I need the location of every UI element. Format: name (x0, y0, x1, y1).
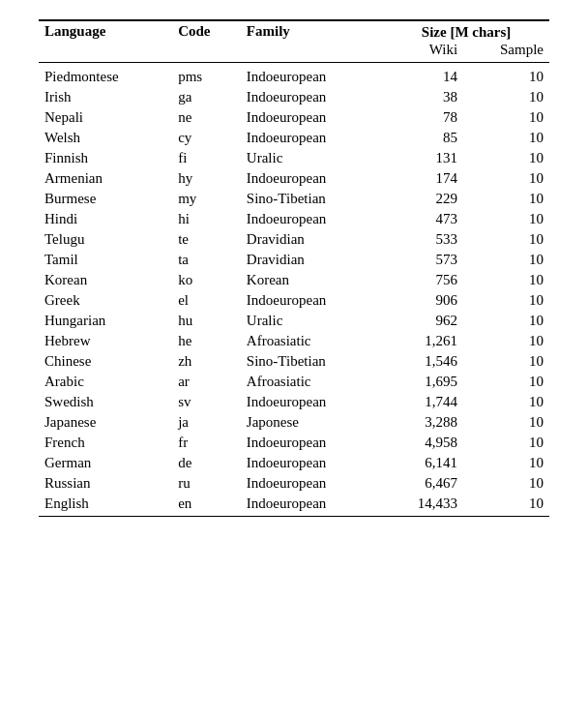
table-row: HindihiIndoeuropean47310 (39, 209, 549, 229)
cell-code: ar (172, 372, 241, 392)
cell-language: Greek (39, 290, 172, 311)
table-row: TeluguteDravidian53310 (39, 229, 549, 250)
cell-family: Indoeuropean (241, 168, 383, 189)
cell-family: Dravidian (241, 229, 383, 250)
cell-language: Burmese (39, 189, 172, 209)
header-sample: Sample (463, 42, 549, 63)
cell-family: Afroasiatic (241, 372, 383, 392)
cell-sample: 10 (463, 87, 549, 107)
table-row: ArmenianhyIndoeuropean17410 (39, 168, 549, 189)
cell-language: Chinese (39, 351, 172, 372)
cell-sample: 10 (463, 290, 549, 311)
cell-sample: 10 (463, 494, 549, 517)
table-row: HebrewheAfroasiatic1,26110 (39, 331, 549, 351)
cell-language: Arabic (39, 372, 172, 392)
table-row: FrenchfrIndoeuropean4,95810 (39, 433, 549, 453)
table-row: PiedmontesepmsIndoeuropean1410 (39, 63, 549, 88)
cell-sample: 10 (463, 209, 549, 229)
cell-family: Indoeuropean (241, 63, 383, 88)
cell-wiki: 906 (383, 290, 463, 311)
table-row: GreekelIndoeuropean90610 (39, 290, 549, 311)
cell-sample: 10 (463, 311, 549, 331)
cell-language: German (39, 453, 172, 473)
cell-sample: 10 (463, 148, 549, 168)
cell-code: fi (172, 148, 241, 168)
sub-header-family (241, 42, 383, 63)
cell-family: Dravidian (241, 250, 383, 270)
cell-language: Russian (39, 473, 172, 494)
cell-code: de (172, 453, 241, 473)
table-footer (39, 517, 549, 520)
cell-sample: 10 (463, 250, 549, 270)
table-row: GermandeIndoeuropean6,14110 (39, 453, 549, 473)
cell-family: Korean (241, 270, 383, 290)
cell-code: ko (172, 270, 241, 290)
cell-code: ne (172, 107, 241, 128)
cell-wiki: 229 (383, 189, 463, 209)
cell-code: ru (172, 473, 241, 494)
cell-language: Piedmontese (39, 63, 172, 88)
cell-family: Indoeuropean (241, 128, 383, 148)
cell-language: Japanese (39, 412, 172, 433)
table-container: Language Code Family Size [M chars] Wiki… (39, 19, 549, 519)
cell-sample: 10 (463, 229, 549, 250)
cell-code: el (172, 290, 241, 311)
cell-wiki: 4,958 (383, 433, 463, 453)
cell-family: Indoeuropean (241, 453, 383, 473)
table-row: WelshcyIndoeuropean8510 (39, 128, 549, 148)
cell-family: Indoeuropean (241, 87, 383, 107)
table-row: RussianruIndoeuropean6,46710 (39, 473, 549, 494)
cell-family: Indoeuropean (241, 433, 383, 453)
cell-sample: 10 (463, 351, 549, 372)
table-row: BurmesemySino-Tibetian22910 (39, 189, 549, 209)
cell-sample: 10 (463, 128, 549, 148)
cell-language: Nepali (39, 107, 172, 128)
cell-wiki: 131 (383, 148, 463, 168)
cell-sample: 10 (463, 412, 549, 433)
cell-code: fr (172, 433, 241, 453)
cell-sample: 10 (463, 63, 549, 88)
sub-header-language (39, 42, 172, 63)
cell-sample: 10 (463, 392, 549, 412)
cell-sample: 10 (463, 168, 549, 189)
cell-wiki: 6,141 (383, 453, 463, 473)
cell-wiki: 1,695 (383, 372, 463, 392)
table-row: ArabicarAfroasiatic1,69510 (39, 372, 549, 392)
table-row: IrishgaIndoeuropean3810 (39, 87, 549, 107)
cell-code: hu (172, 311, 241, 331)
cell-family: Uralic (241, 148, 383, 168)
cell-wiki: 1,744 (383, 392, 463, 412)
cell-family: Indoeuropean (241, 473, 383, 494)
cell-wiki: 3,288 (383, 412, 463, 433)
cell-code: ja (172, 412, 241, 433)
cell-sample: 10 (463, 331, 549, 351)
table-row: KoreankoKorean75610 (39, 270, 549, 290)
cell-code: my (172, 189, 241, 209)
cell-family: Sino-Tibetian (241, 351, 383, 372)
cell-language: Hebrew (39, 331, 172, 351)
cell-language: Irish (39, 87, 172, 107)
cell-code: ta (172, 250, 241, 270)
cell-wiki: 756 (383, 270, 463, 290)
cell-family: Indoeuropean (241, 107, 383, 128)
cell-language: Hindi (39, 209, 172, 229)
header-code: Code (172, 20, 241, 42)
cell-wiki: 962 (383, 311, 463, 331)
cell-sample: 10 (463, 453, 549, 473)
cell-code: sv (172, 392, 241, 412)
header-size-group: Size [M chars] (383, 20, 549, 42)
cell-wiki: 85 (383, 128, 463, 148)
cell-wiki: 1,546 (383, 351, 463, 372)
cell-language: French (39, 433, 172, 453)
table-row: SwedishsvIndoeuropean1,74410 (39, 392, 549, 412)
cell-family: Indoeuropean (241, 392, 383, 412)
cell-language: Hungarian (39, 311, 172, 331)
cell-language: Swedish (39, 392, 172, 412)
cell-sample: 10 (463, 433, 549, 453)
cell-sample: 10 (463, 270, 549, 290)
cell-code: hi (172, 209, 241, 229)
cell-family: Japonese (241, 412, 383, 433)
cell-wiki: 38 (383, 87, 463, 107)
cell-family: Indoeuropean (241, 209, 383, 229)
cell-code: ga (172, 87, 241, 107)
